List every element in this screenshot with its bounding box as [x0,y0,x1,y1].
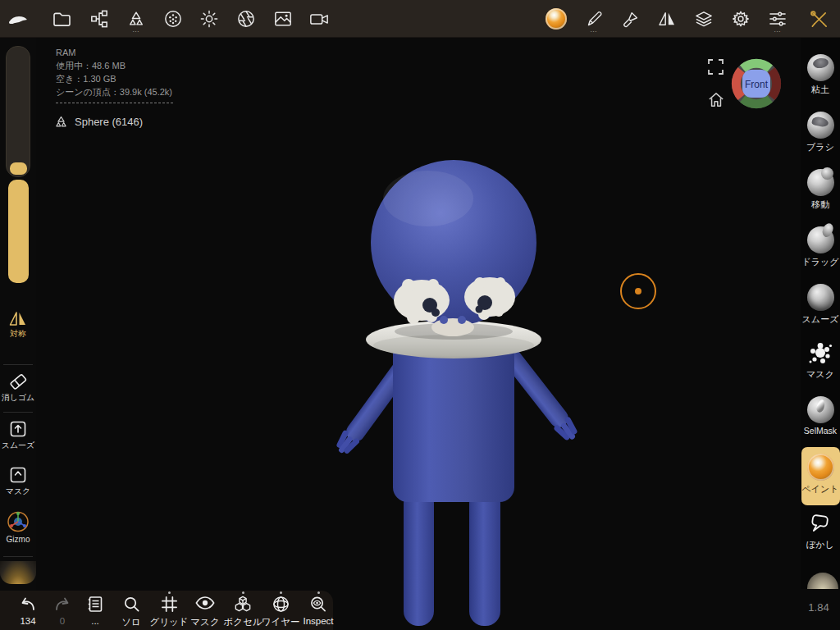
stats-separator [56,103,173,103]
tool-label: マスク [801,368,840,381]
tool-label: 粘土 [801,84,840,96]
layers-icon [695,11,713,27]
stats-vertices: シーンの頂点：39.9k (45.2k) [56,85,173,98]
gizmo-tool[interactable]: Gizmo [0,510,36,544]
nomad-sculpt-app: RAM 使用中：48.6 MB 空き：1.30 GB シーンの頂点：39.9k … [0,0,840,630]
camera-aperture-icon [237,10,255,28]
selmask-sphere-icon [807,396,834,423]
voxel-cubes-icon [234,596,252,613]
layers-button[interactable] [686,0,722,38]
radius-slider-handle[interactable] [10,162,27,175]
navball-front-label: Front [745,79,769,90]
smooth-shortcut-label: スムーズ [0,440,36,451]
divider [3,364,33,365]
left-toolbar: 対称 消しゴム スムーズ マスク [0,38,36,591]
smooth-sphere-icon [807,284,834,311]
enabled-dot [168,591,171,594]
mirror-icon [658,11,676,26]
zoom-scale-readout: 1.84 [802,601,835,614]
top-toolbar: … [0,0,840,38]
fullscreen-button[interactable] [708,59,724,75]
gizmo-label: Gizmo [0,535,36,544]
scene-object-row[interactable]: Sphere (6146) [54,116,143,128]
smooth-shortcut[interactable]: スムーズ [0,420,36,451]
tool-paint-active[interactable]: ペイント [801,454,840,495]
tool-label: ドラッグ [801,256,840,268]
settings-button[interactable] [723,0,759,38]
viewport[interactable] [36,38,840,630]
inspect-lens-icon [309,596,327,613]
tool-selmask[interactable]: SelMask [801,396,840,436]
files-button[interactable] [43,0,80,38]
stats-title: RAM [56,46,173,59]
node-graph-icon [90,10,108,28]
scene-pyramid-icon [127,11,145,27]
scrolled-tool-sphere[interactable] [0,561,36,584]
bottom-toolbar: 134 0 ... ソロ グリッド [0,591,333,630]
paint-brush-icon [622,11,639,28]
drag-sphere-icon [807,226,834,253]
scrolled-tool-sphere[interactable] [807,573,838,589]
material-button[interactable] [538,0,574,38]
tool-label: 移動 [801,199,840,211]
background-image-button[interactable] [265,0,301,38]
home-view-button[interactable] [708,92,724,107]
tool-label: スムーズ [801,313,840,326]
tool-clay[interactable]: 粘土 [801,54,840,96]
scene-graph-button[interactable] [81,0,117,38]
clay-sphere-icon [807,54,834,81]
matcap-globe-icon [164,10,182,28]
tool-brush[interactable]: ブラシ [801,112,840,153]
symmetry-toggle[interactable]: 対称 [0,310,36,340]
scene-object-label: Sphere (6146) [75,116,143,128]
gear-icon [732,10,750,28]
tool-label: ペイント [801,483,840,495]
enabled-dot [242,591,244,594]
more-options-marker: … [760,25,796,34]
mask-shortcut[interactable]: マスク [0,466,36,497]
inspect-label: Inspect [293,616,344,626]
wrench-tools-icon [810,10,829,29]
matcap-button[interactable] [155,0,191,38]
interface-settings-button[interactable]: … [760,0,796,38]
turntable-button[interactable] [301,0,337,38]
more-options-marker: … [118,25,154,34]
sliders-mixer-icon [769,11,787,27]
symmetry-button[interactable] [649,0,685,38]
image-icon [274,11,292,27]
debug-tools-button[interactable] [801,0,837,38]
tool-label: ブラシ [801,141,840,153]
lighting-button[interactable] [191,0,227,38]
magnifier-icon [123,596,140,613]
tool-blur[interactable]: ぼかし [801,512,840,551]
tool-label: ぼかし [801,539,840,551]
stats-free: 空き：1.30 GB [56,72,173,85]
grid-icon [161,596,178,613]
notebook-icon [87,596,103,613]
inspect-toggle[interactable]: Inspect [299,591,337,630]
tool-smooth[interactable]: スムーズ [801,284,840,326]
eraser-tool[interactable]: 消しゴム [0,371,36,404]
postprocess-button[interactable] [228,0,264,38]
nomad-logo-icon [6,11,30,26]
radius-slider[interactable] [6,46,30,177]
strength-slider[interactable] [8,180,29,283]
mask-splat-icon [807,341,833,366]
sculpt-model-robot[interactable] [36,38,840,630]
tool-drag[interactable]: ドラッグ [801,226,840,268]
scene-list-button[interactable]: … [118,0,154,38]
redo-icon [52,596,72,612]
tool-move[interactable]: 移動 [801,169,840,211]
wireframe-sphere-icon [272,596,290,613]
app-logo-button[interactable] [0,0,36,38]
view-orientation-ball[interactable]: Front [731,58,782,112]
paint-settings-button[interactable] [612,0,648,38]
fullscreen-icon [708,59,724,75]
eraser-label: 消しゴム [0,392,36,404]
home-icon [708,92,724,107]
stroke-settings-button[interactable]: … [576,0,612,38]
paint-sphere-icon [807,454,834,481]
box-arrow-up-icon [9,420,27,438]
tool-mask[interactable]: マスク [801,341,840,381]
sun-icon [200,10,218,28]
